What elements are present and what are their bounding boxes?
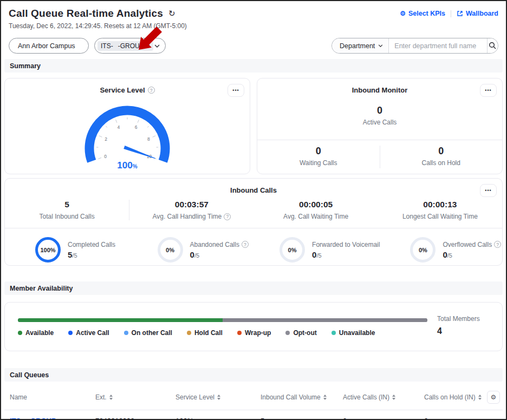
cell-active-calls-in: 0 <box>340 417 421 420</box>
total-members-stat: Total Members 4 <box>437 303 489 351</box>
filter-row: Ann Arbor Campus ITS--GROUP × Department <box>9 38 498 54</box>
search-button[interactable] <box>487 38 498 53</box>
column-header-calls-on-hold-in[interactable]: Calls on Hold (IN) <box>421 393 484 401</box>
more-options-button[interactable]: ••• <box>227 84 244 97</box>
forwarded-to-voicemail-stat: 0% Forwarded to Voicemail 0/5 <box>249 237 380 262</box>
completed-calls-ring: 100% <box>35 237 61 262</box>
department-search-group: Department <box>332 38 498 54</box>
header: Call Queue Real-time Analytics ↻ ⚙ Selec… <box>1 1 506 19</box>
calls-on-hold-label: Calls on Hold <box>380 159 503 167</box>
column-header-service-level[interactable]: Service Level <box>172 393 257 401</box>
column-header-name: Name <box>4 393 92 401</box>
completed-calls-stat: 100% Completed Calls 5/5 <box>5 237 127 262</box>
forwarded-to-voicemail-ring: 0% <box>280 237 305 262</box>
legend-item: On other Call <box>124 329 172 337</box>
gauge-value: 100% <box>117 160 137 170</box>
legend-item: Hold Call <box>187 329 223 337</box>
member-availability-section-header: Member Availability <box>4 281 503 295</box>
wallboard-button[interactable]: Wallboard <box>457 10 498 17</box>
help-icon[interactable]: ? <box>494 241 501 248</box>
availability-bar-segment <box>223 318 427 322</box>
availability-legend: Available Active Call On other Call Hold… <box>18 329 427 337</box>
sort-icon <box>478 395 482 400</box>
select-kpis-button[interactable]: ⚙ Select KPIs <box>400 10 445 17</box>
inbound-calls-stats: 5 Total Inbound Calls 00:03:57 Avg. Call… <box>5 200 502 220</box>
department-search-input[interactable] <box>389 38 487 53</box>
legend-item: Available <box>18 329 54 337</box>
help-icon[interactable]: ? <box>148 87 155 94</box>
column-header-active-calls-in[interactable]: Active Calls (IN) <box>340 393 421 401</box>
cell-service-level: 100% <box>172 417 257 420</box>
refresh-icon[interactable]: ↻ <box>168 9 176 18</box>
cell-inbound-call-volume: 5 <box>257 417 340 420</box>
help-icon[interactable]: ? <box>242 241 249 248</box>
availability-bar-segment <box>18 318 223 322</box>
svg-text:8: 8 <box>147 136 150 142</box>
inbound-calls-breakdown: 100% Completed Calls 5/5 0% Abandoned Ca… <box>5 237 502 262</box>
search-icon <box>489 42 497 50</box>
sort-icon <box>109 395 113 400</box>
header-links: ⚙ Select KPIs Wallboard <box>400 10 498 17</box>
calls-on-hold-value: 0 <box>380 146 503 157</box>
divider <box>5 228 502 228</box>
annotation-arrow-icon <box>135 21 167 52</box>
links-divider <box>451 10 451 17</box>
legend-dot-icon <box>68 331 73 335</box>
waiting-calls-value: 0 <box>257 146 380 157</box>
page-title: Call Queue Real-time Analytics <box>9 8 163 19</box>
calls-on-hold-stat: 0 Calls on Hold <box>380 140 503 174</box>
active-calls-stat: 0 Active Calls <box>257 105 502 126</box>
svg-text:6: 6 <box>135 124 138 130</box>
more-options-button[interactable]: ••• <box>480 84 497 97</box>
table-header-row: Name Ext. Service Level Inbound Call Vol… <box>4 382 503 410</box>
legend-item: Wrap-up <box>237 329 271 337</box>
legend-dot-icon <box>285 331 290 335</box>
legend-dot-icon <box>124 331 128 335</box>
sort-icon <box>217 395 220 400</box>
wallboard-label: Wallboard <box>466 10 498 17</box>
inbound-calls-card: Inbound Calls ••• 5 Total Inbound Calls … <box>4 178 503 266</box>
queue-name-link[interactable]: ITS--GROUP <box>10 417 56 420</box>
column-settings-button[interactable]: ⚙ <box>487 391 500 404</box>
table-row: ITS--GROUP 7340010002 100% 5 0 0 <box>4 410 503 420</box>
service-level-title: Service Level ? <box>5 86 250 94</box>
site-filter-dropdown[interactable]: Ann Arbor Campus <box>9 38 89 54</box>
external-link-icon <box>457 10 463 17</box>
legend-item: Opt-out <box>285 329 316 337</box>
column-header-ext[interactable]: Ext. <box>92 393 172 401</box>
legend-dot-icon <box>18 331 22 335</box>
inbound-monitor-card: Inbound Monitor ••• 0 Active Calls 0 Wai… <box>257 78 503 174</box>
total-members-label: Total Members <box>437 315 489 323</box>
inbound-calls-title: Inbound Calls <box>5 186 502 194</box>
column-header-inbound-call-volume[interactable]: Inbound Call Volume <box>257 393 340 401</box>
report-timestamp: Tuesday, Dec 6, 2022, 14:29:45. Resets a… <box>1 19 506 30</box>
active-calls-label: Active Calls <box>257 119 502 126</box>
svg-text:2: 2 <box>105 136 107 142</box>
kpi-gear-icon: ⚙ <box>400 10 406 17</box>
legend-item: Active Call <box>68 329 109 337</box>
summary-section-header: Summary <box>4 59 503 73</box>
availability-bar <box>18 318 427 322</box>
inbound-monitor-bottom-row: 0 Waiting Calls 0 Calls on Hold <box>257 140 502 174</box>
stat-longest-call-waiting-time: 00:00:13 Longest Call Waiting Time <box>378 200 502 220</box>
help-icon[interactable]: ? <box>224 213 231 220</box>
site-filter-value: Ann Arbor Campus <box>18 42 75 50</box>
sort-icon <box>323 395 327 400</box>
legend-dot-icon <box>187 331 191 335</box>
summary-cards: Service Level ? ••• <box>4 78 503 174</box>
select-kpis-label: Select KPIs <box>408 10 445 17</box>
waiting-calls-label: Waiting Calls <box>257 159 380 167</box>
legend-item: Unavailable <box>332 329 375 337</box>
abandoned-calls-stat: 0% Abandoned Calls? 0/5 <box>127 237 250 262</box>
inbound-monitor-title: Inbound Monitor <box>257 86 502 94</box>
gear-icon: ⚙ <box>491 393 497 401</box>
page: Call Queue Real-time Analytics ↻ ⚙ Selec… <box>0 0 507 420</box>
department-select[interactable]: Department <box>332 38 389 53</box>
cell-calls-on-hold-in: 0 <box>421 417 484 420</box>
call-queues-section-header: Call Queues <box>4 368 503 382</box>
legend-dot-icon <box>332 331 336 335</box>
overflowed-calls-stat: 0% Overflowed Calls? 0/5 <box>380 237 502 262</box>
service-level-card: Service Level ? ••• <box>4 78 250 174</box>
more-options-button[interactable]: ••• <box>480 184 497 197</box>
cell-ext: 7340010002 <box>92 417 172 420</box>
